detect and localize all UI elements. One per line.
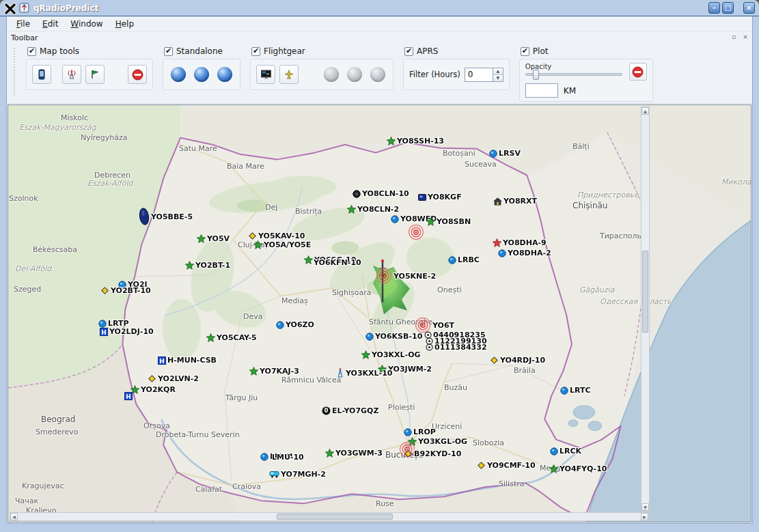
map-station[interactable]: YO5KAV-10: [248, 232, 305, 240]
vertical-scroll-thumb[interactable]: [642, 251, 648, 333]
map-station[interactable]: YO3KXL-10: [336, 368, 392, 378]
clear-plot-button[interactable]: [629, 63, 647, 81]
clear-map-button[interactable]: [128, 65, 147, 84]
map-station[interactable]: YO2KQR: [130, 385, 176, 394]
horizontal-scroll-thumb[interactable]: [277, 514, 393, 520]
fg-display-button[interactable]: [256, 65, 275, 84]
menu-file[interactable]: File: [10, 18, 36, 30]
dock-close-icon[interactable]: ×: [741, 33, 749, 41]
standalone-run-button[interactable]: [169, 65, 188, 84]
station-label: YO3GWM-3: [335, 449, 383, 458]
titlebar[interactable]: qRadioPredict – □ ×: [0, 0, 759, 16]
map-station[interactable]: YO4FYQ-10: [549, 464, 607, 473]
map-station[interactable]: YO8DHA-9: [493, 238, 547, 247]
star-green-icon: [197, 234, 206, 243]
map-station[interactable]: YO6ZO: [276, 320, 314, 329]
fg-stop-button[interactable]: [368, 65, 387, 84]
opacity-slider[interactable]: [525, 73, 622, 76]
map-station[interactable]: YO8SBN: [426, 217, 471, 226]
map-station[interactable]: YO5KNE-2: [376, 268, 436, 284]
circle-blue-icon: [560, 387, 568, 395]
map-station[interactable]: YO5BBE-5: [139, 208, 193, 225]
ground-station-button[interactable]: [62, 65, 81, 84]
opacity-slider-handle[interactable]: [533, 70, 539, 80]
filter-hours-input[interactable]: [465, 68, 493, 82]
map-station[interactable]: YO6KFN-10: [312, 258, 361, 267]
scroll-right-icon[interactable]: ▶: [641, 513, 648, 520]
scroll-up-icon[interactable]: ▲: [641, 107, 649, 115]
map-station[interactable]: B92KYD-10: [404, 449, 461, 458]
diamond-yellow-icon: [404, 449, 413, 458]
mobile-station-button[interactable]: [32, 65, 51, 84]
station-label: YO6KSB-10: [375, 332, 422, 341]
map-station[interactable]: YO3KGL-OG: [408, 437, 467, 446]
map-tools-checkbox[interactable]: ✔ Map tools: [27, 46, 153, 56]
menu-edit[interactable]: Edit: [36, 18, 64, 30]
map-station[interactable]: YO8DHA-2: [498, 249, 551, 257]
map-station[interactable]: YO8KGF: [418, 193, 462, 201]
station-label: YO2BT-10: [111, 286, 151, 295]
map-station[interactable]: YO4RDJ-10: [490, 356, 545, 365]
group-flightgear: ✔ Flightgear: [250, 45, 394, 90]
map-station[interactable]: YO7KAJ-3: [249, 367, 299, 376]
map-station[interactable]: YO2LVN-2: [148, 374, 199, 383]
fg-aircraft-button[interactable]: [279, 65, 299, 84]
svg-text:H: H: [101, 328, 107, 335]
map-station[interactable]: YO5CAY-5: [206, 333, 257, 342]
map-vertical-scrollbar[interactable]: ▲ ▼: [641, 107, 650, 512]
standalone-settings-button[interactable]: [192, 65, 211, 84]
diamond-yellow-icon: [148, 374, 156, 383]
flag-icon: [89, 69, 100, 80]
map-station[interactable]: HYO2LDJ-10: [100, 327, 154, 336]
antenna-icon: [66, 69, 77, 80]
map-station[interactable]: YO8CLN-2: [347, 205, 399, 214]
map-station[interactable]: YO6KSB-10: [365, 332, 422, 341]
aprs-checkbox[interactable]: ✔ APRS: [404, 46, 510, 56]
spin-up-icon[interactable]: ▲: [493, 68, 503, 74]
map-view[interactable]: MiskolcEszak-MagyarországNyíregyházaSatu…: [8, 104, 751, 522]
map-station[interactable]: 0EL-YO7GQZ: [322, 406, 378, 415]
f g-start-button[interactable]: [345, 65, 364, 84]
flag-marker-button[interactable]: [85, 65, 105, 84]
map-station[interactable]: YO2BT-1: [185, 261, 230, 270]
map-station[interactable]: HH-MUN-CSB: [158, 356, 217, 365]
fg-connect-button[interactable]: [322, 65, 341, 84]
map-station[interactable]: YO3KXL-OG: [361, 350, 421, 359]
map-station[interactable]: YO5A/YO5E: [253, 240, 311, 249]
map-station[interactable]: LRTC: [560, 386, 591, 395]
plot-distance-input[interactable]: [525, 83, 558, 98]
map-station[interactable]: [408, 224, 424, 240]
map-station[interactable]: YO5V: [197, 234, 230, 243]
plot-checkbox[interactable]: ✔ Plot: [521, 46, 653, 56]
star-green-icon: [426, 217, 435, 226]
map-station[interactable]: YO9CMF-10: [477, 461, 536, 470]
station-label: YO2BT-1: [195, 261, 230, 270]
map-station[interactable]: YO8SSH-13: [387, 137, 444, 145]
map-station[interactable]: LRBC: [448, 255, 480, 264]
scroll-left-icon[interactable]: ◀: [10, 513, 18, 520]
map-station[interactable]: LRCK: [550, 447, 581, 456]
map-station[interactable]: LROP: [404, 428, 436, 436]
close-button[interactable]: ×: [743, 2, 755, 14]
standalone-checkbox[interactable]: ✔ Standalone: [164, 46, 240, 56]
map-station[interactable]: YO2BT-10: [100, 286, 151, 295]
map-station[interactable]: 0111384332: [426, 343, 487, 352]
map-station[interactable]: YO7MGH-2: [269, 470, 326, 479]
scroll-down-icon[interactable]: ▼: [641, 503, 649, 511]
map-station[interactable]: YO8CLN-10: [353, 189, 409, 198]
map-horizontal-scrollbar[interactable]: ◀ ▶: [10, 512, 649, 521]
dock-float-icon[interactable]: ▫: [730, 33, 738, 41]
standalone-stop-button[interactable]: [215, 65, 234, 84]
map-station[interactable]: H: [124, 392, 133, 400]
menu-help[interactable]: Help: [109, 18, 140, 30]
map-station[interactable]: LRSV: [489, 149, 521, 158]
minimize-button[interactable]: –: [708, 2, 720, 14]
map-station[interactable]: YO8RXT: [493, 197, 537, 206]
map-station[interactable]: LMU-10: [271, 453, 304, 462]
dock-drag-handle[interactable]: [14, 48, 16, 96]
spin-down-icon[interactable]: ▼: [493, 74, 503, 81]
flightgear-checkbox[interactable]: ✔ Flightgear: [251, 46, 394, 56]
map-station[interactable]: YO3GWM-3: [325, 449, 383, 458]
maximize-button[interactable]: □: [722, 2, 734, 14]
menu-window[interactable]: Window: [64, 18, 109, 30]
